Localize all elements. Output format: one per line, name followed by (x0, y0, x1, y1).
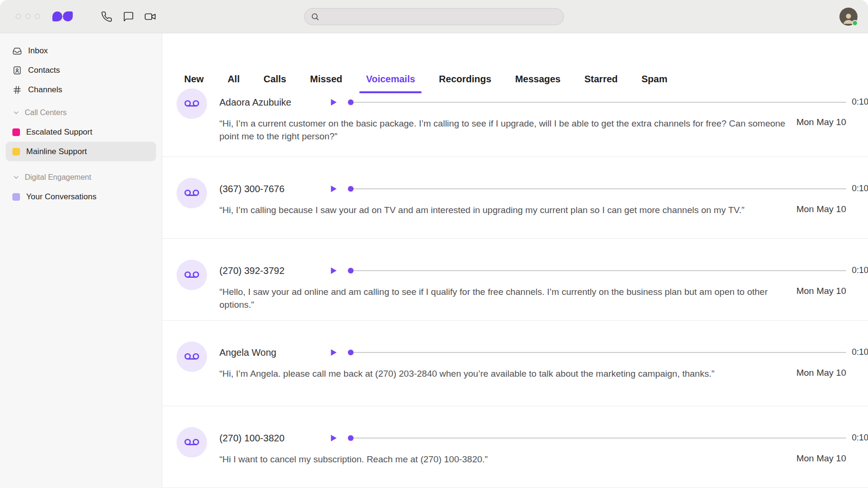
voicemail-row[interactable]: (270) 392-3792 0:10 “Hello, I saw your a… (162, 239, 868, 321)
voicemail-icon (184, 267, 199, 283)
inbox-icon (12, 46, 22, 56)
slider-track[interactable] (354, 188, 846, 189)
playback-slider[interactable] (348, 350, 846, 355)
main-content: NewAllCallsMissedVoicemailsRecordingsMes… (162, 33, 868, 488)
sidebar-section-header[interactable]: Call Centers (6, 103, 156, 122)
play-button[interactable] (328, 184, 338, 194)
duration-label: 0:10 (852, 433, 868, 443)
sidebar-item-contacts[interactable]: Contacts (6, 60, 156, 80)
sidebar-item-label: Inbox (28, 46, 48, 56)
play-button[interactable] (328, 97, 338, 107)
transcript-text: “Hi, I’m calling because I saw your ad o… (219, 204, 786, 216)
transcript-text: “Hi, I’m a current customer on the basic… (219, 117, 786, 143)
duration-label: 0:10 (852, 97, 868, 107)
play-button[interactable] (328, 433, 338, 443)
window-minimize-button[interactable] (25, 14, 30, 19)
playback-slider[interactable] (348, 435, 846, 441)
duration-label: 0:10 (852, 347, 868, 357)
dialpad-logo-icon (52, 11, 73, 22)
slider-handle[interactable] (348, 99, 354, 105)
tab-calls[interactable]: Calls (264, 73, 286, 93)
date-label: Mon May 10 (796, 117, 846, 127)
tab-messages[interactable]: Messages (515, 73, 561, 93)
window-close-button[interactable] (16, 14, 21, 19)
sidebar-item-label: Channels (28, 85, 62, 95)
search-input[interactable] (319, 12, 563, 21)
sidebar-item-channels[interactable]: Channels (6, 80, 156, 99)
slider-track[interactable] (354, 352, 846, 353)
voicemail-row[interactable]: Adaora Azubuike 0:10 “Hi, I’m a current … (162, 93, 868, 157)
voicemail-avatar (177, 427, 207, 458)
voicemail-row[interactable]: (270) 100-3820 0:10 “Hi I want to cancel… (162, 406, 868, 488)
slider-track[interactable] (354, 270, 846, 271)
slider-handle[interactable] (348, 435, 354, 441)
slider-handle[interactable] (348, 350, 354, 355)
play-button[interactable] (328, 265, 338, 276)
voicemail-list: Adaora Azubuike 0:10 “Hi, I’m a current … (162, 93, 868, 488)
chat-icon[interactable] (123, 11, 134, 22)
voicemail-row[interactable]: (367) 300-7676 0:10 “Hi, I’m calling bec… (162, 157, 868, 239)
window-controls (16, 14, 40, 19)
app-window: Inbox Contacts Channels Call Centers Esc… (0, 0, 868, 488)
online-status-dot (852, 20, 858, 26)
sidebar-item-label: Contacts (28, 66, 60, 75)
tab-recordings[interactable]: Recordings (439, 73, 491, 93)
video-icon[interactable] (145, 11, 156, 22)
date-label: Mon May 10 (796, 286, 846, 296)
voicemail-icon (184, 435, 199, 450)
play-button[interactable] (328, 347, 338, 358)
sidebar-item-inbox[interactable]: Inbox (6, 41, 156, 60)
voicemail-icon (184, 96, 199, 111)
user-avatar[interactable] (839, 8, 858, 26)
sidebar-section-label: Call Centers (25, 108, 67, 117)
hash-icon (12, 85, 22, 95)
voicemail-avatar (177, 178, 207, 208)
channel-color-swatch (12, 128, 20, 136)
voicemail-icon (184, 349, 199, 364)
slider-track[interactable] (354, 102, 846, 103)
sidebar-section-header[interactable]: Digital Engagement (6, 168, 156, 187)
sidebar-item-label: Your Conversations (26, 192, 97, 202)
tab-starred[interactable]: Starred (584, 73, 618, 93)
slider-handle[interactable] (348, 268, 354, 273)
caller-name: (270) 392-3792 (219, 265, 328, 276)
playback-slider[interactable] (348, 268, 846, 273)
voicemail-row[interactable]: Angela Wong 0:10 “Hi, I’m Angela. please… (162, 321, 868, 406)
duration-label: 0:10 (852, 184, 868, 194)
slider-handle[interactable] (348, 186, 354, 192)
top-bar (0, 0, 868, 33)
sidebar-section-label: Digital Engagement (25, 173, 91, 182)
date-label: Mon May 10 (796, 453, 846, 464)
date-label: Mon May 10 (796, 368, 846, 378)
sidebar-channel-item[interactable]: Your Conversations (6, 187, 156, 206)
tab-missed[interactable]: Missed (310, 73, 343, 93)
tabs: NewAllCallsMissedVoicemailsRecordingsMes… (162, 33, 868, 93)
caller-name: (367) 300-7676 (219, 184, 328, 195)
transcript-text: “Hello, I saw your ad online and am call… (219, 285, 786, 311)
voicemail-avatar (177, 88, 207, 119)
voicemail-avatar (177, 260, 207, 290)
transcript-text: “Hi I want to cancel my subscription. Re… (219, 453, 786, 466)
sidebar-nav: Inbox Contacts Channels Call Centers Esc… (0, 33, 162, 488)
sidebar-channel-item[interactable]: Mainline Support (6, 142, 156, 161)
playback-slider[interactable] (348, 186, 846, 192)
tab-all[interactable]: All (227, 73, 240, 93)
playback-slider[interactable] (348, 99, 846, 105)
channel-color-swatch (12, 148, 20, 156)
channel-color-swatch (12, 193, 20, 201)
slider-track[interactable] (354, 438, 846, 439)
window-maximize-button[interactable] (35, 14, 40, 19)
voicemail-icon (184, 185, 199, 201)
phone-icon[interactable] (101, 11, 112, 22)
caller-name: (270) 100-3820 (219, 433, 328, 444)
sidebar-item-label: Mainline Support (26, 147, 87, 156)
search-bar[interactable] (304, 8, 564, 25)
tab-spam[interactable]: Spam (641, 73, 667, 93)
tab-voicemails[interactable]: Voicemails (366, 73, 415, 93)
sidebar-item-label: Escalated Support (26, 127, 92, 137)
search-icon (311, 12, 319, 21)
chevron-down-icon (12, 174, 20, 181)
date-label: Mon May 10 (796, 204, 846, 215)
sidebar-channel-item[interactable]: Escalated Support (6, 122, 156, 142)
voicemail-avatar (177, 342, 207, 372)
